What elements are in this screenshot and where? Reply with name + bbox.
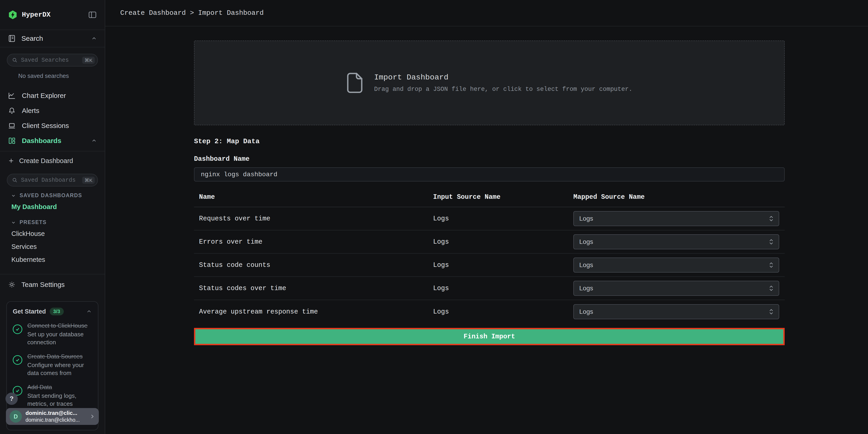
import-dashboard-content: Import Dashboard Drag and drop a JSON fi… [194, 40, 785, 345]
presets-header: PRESETS [20, 219, 47, 225]
chevron-up-icon [86, 309, 92, 314]
user-name: dominic.tran@clic... [26, 409, 86, 416]
table-header-row: Name Input Source Name Mapped Source Nam… [194, 189, 785, 207]
plus-icon [8, 157, 14, 164]
sidebar-item-my-dashboard[interactable]: My Dashboard [0, 200, 105, 213]
sidebar-item-clickhouse[interactable]: ClickHouse [0, 227, 105, 240]
sidebar-header: HyperDX [0, 0, 105, 30]
dashboard-name-input[interactable] [194, 167, 785, 182]
gear-icon [8, 281, 16, 289]
chevron-right-icon [89, 413, 95, 420]
create-dashboard-button[interactable]: Create Dashboard [0, 153, 105, 168]
step-desc: Set up your database connection [27, 331, 92, 346]
search-icon [12, 57, 18, 63]
breadcrumb: Create Dashboard > Import Dashboard [120, 9, 264, 17]
row-input-source: Logs [433, 238, 574, 246]
sidebar-item-team-settings[interactable]: Team Settings [0, 274, 105, 295]
hyperdx-logo: HyperDX [8, 10, 51, 20]
saved-dashboards-header: SAVED DASHBOARDS [20, 192, 82, 198]
table-row: Errors over time Logs Logs [194, 230, 785, 254]
search-icon [12, 177, 18, 183]
mapped-source-select[interactable]: Logs [574, 211, 779, 226]
row-name: Status code counts [194, 261, 433, 269]
step-title: Create Data Sources [27, 352, 92, 360]
saved-searches-input[interactable]: Saved Searches ⌘K [7, 54, 98, 66]
dropzone-subtitle: Drag and drop a JSON file here, or click… [374, 86, 632, 93]
presets-section-toggle[interactable]: PRESETS [0, 213, 105, 227]
chevron-down-icon [11, 220, 16, 225]
mapped-source-select[interactable]: Logs [574, 234, 779, 249]
sidebar-item-kubernetes[interactable]: Kubernetes [0, 253, 105, 266]
sidebar-item-alerts[interactable]: Alerts [0, 103, 105, 118]
bell-icon [8, 106, 16, 115]
avatar: D [9, 410, 22, 423]
row-name: Errors over time [194, 238, 433, 246]
sidebar-item-label: Chart Explorer [22, 92, 66, 99]
json-file-dropzone[interactable]: Import Dashboard Drag and drop a JSON fi… [194, 40, 785, 125]
selected-value: Logs [579, 261, 593, 269]
step-desc: Start sending logs, metrics, or traces [27, 392, 92, 408]
saved-searches-placeholder: Saved Searches [21, 57, 79, 64]
chevron-updown-icon [769, 308, 773, 315]
search-section-label: Search [22, 35, 43, 42]
row-input-source: Logs [433, 215, 574, 222]
get-started-step-connect[interactable]: Connect to ClickHouse Set up your databa… [13, 322, 92, 346]
chevron-updown-icon [769, 239, 773, 245]
sidebar-item-search[interactable]: Search [0, 30, 105, 48]
row-input-source: Logs [433, 308, 574, 316]
mapped-source-select[interactable]: Logs [574, 257, 779, 273]
finish-import-button[interactable]: Finish Import [194, 328, 785, 345]
check-circle-icon [13, 355, 22, 365]
app-title: HyperDX [22, 11, 51, 19]
create-dashboard-label: Create Dashboard [19, 157, 73, 165]
dropzone-title: Import Dashboard [374, 73, 632, 82]
sidebar: HyperDX Search [0, 0, 105, 434]
sidebar-item-label: Dashboards [22, 137, 61, 145]
mapped-source-select[interactable]: Logs [574, 304, 779, 319]
selected-value: Logs [579, 308, 593, 315]
sidebar-item-chart-explorer[interactable]: Chart Explorer [0, 88, 105, 103]
column-header-input-source: Input Source Name [433, 193, 574, 201]
shortcut-badge: ⌘K [82, 177, 95, 184]
get-started-step-add-data[interactable]: Add Data Start sending logs, metrics, or… [13, 383, 92, 408]
sidebar-item-label: Client Sessions [22, 122, 69, 130]
sidebar-nav: Chart Explorer Alerts Client Sessions [0, 88, 105, 148]
row-name: Requests over time [194, 215, 433, 222]
chevron-up-icon [91, 35, 97, 41]
column-header-mapped-source: Mapped Source Name [574, 193, 785, 201]
no-saved-searches-text: No saved searches [0, 66, 105, 84]
saved-dashboards-placeholder: Saved Dashboards [21, 177, 79, 184]
sidebar-item-services[interactable]: Services [0, 240, 105, 253]
table-row: Status code counts Logs Logs [194, 254, 785, 277]
get-started-progress-badge: 3/3 [50, 308, 64, 315]
column-header-name: Name [194, 193, 433, 201]
selected-value: Logs [579, 215, 593, 222]
get-started-title: Get Started [13, 308, 46, 315]
row-input-source: Logs [433, 261, 574, 269]
sidebar-collapse-icon[interactable] [88, 10, 97, 19]
table-row: Status codes over time Logs Logs [194, 277, 785, 300]
help-button[interactable]: ? [5, 393, 18, 405]
user-account-button[interactable]: D dominic.tran@clic... dominic.tran@clic… [6, 408, 99, 425]
get-started-header[interactable]: Get Started 3/3 [13, 308, 92, 315]
hyperdx-logo-icon [8, 10, 18, 20]
mapped-source-select[interactable]: Logs [574, 281, 779, 296]
get-started-step-sources[interactable]: Create Data Sources Configure where your… [13, 352, 92, 377]
sidebar-divider [0, 151, 105, 151]
user-email: dominic.tran@clickho... [26, 417, 86, 424]
chevron-updown-icon [769, 261, 773, 269]
saved-dashboards-input[interactable]: Saved Dashboards ⌘K [7, 174, 98, 186]
row-name: Average upstream response time [194, 308, 433, 316]
sidebar-item-client-sessions[interactable]: Client Sessions [0, 118, 105, 133]
topbar: Create Dashboard > Import Dashboard [105, 0, 868, 26]
dashboard-name-label: Dashboard Name [194, 155, 785, 163]
step-desc: Configure where your data comes from [27, 361, 92, 377]
chart-line-icon [8, 92, 16, 100]
row-input-source: Logs [433, 285, 574, 292]
sidebar-item-label: Alerts [22, 107, 39, 115]
saved-dashboards-section-toggle[interactable]: SAVED DASHBOARDS [0, 186, 105, 200]
dashboards-layout-icon [8, 136, 16, 145]
chevron-down-icon [11, 193, 16, 198]
step-2-title: Step 2: Map Data [194, 137, 785, 145]
sidebar-item-dashboards[interactable]: Dashboards [0, 133, 105, 148]
